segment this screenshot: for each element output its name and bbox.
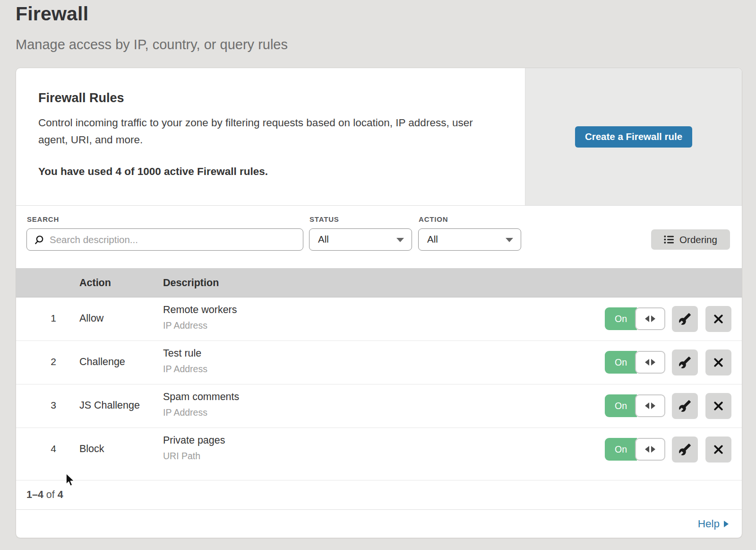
pagination-range: 1–4	[26, 489, 43, 500]
rule-description-title: Private pages	[163, 435, 225, 446]
table-row: 3 JS Challenge Spam comments IP Address …	[16, 384, 742, 428]
rules-table-body: 1 Allow Remote workers IP Address On 2	[16, 297, 742, 480]
toggle-on-label: On	[605, 394, 637, 417]
column-header-action: Action	[79, 268, 111, 297]
toggle-on-label: On	[605, 438, 637, 461]
rule-priority: 1	[37, 313, 56, 324]
search-icon	[34, 235, 44, 245]
chevron-down-icon	[506, 238, 513, 242]
rule-enabled-toggle[interactable]: On	[605, 394, 665, 417]
close-icon	[713, 400, 724, 412]
left-arrow-icon	[645, 359, 649, 366]
card-footer: Help	[16, 509, 742, 538]
toggle-on-label: On	[605, 307, 637, 330]
wrench-icon	[679, 313, 691, 325]
status-selected-value: All	[318, 234, 329, 244]
close-icon	[713, 313, 724, 325]
right-triangle-icon	[724, 521, 729, 527]
ordered-list-icon	[664, 235, 674, 244]
toggle-knob[interactable]	[635, 438, 665, 461]
create-rule-panel: Create a Firewall rule	[525, 68, 742, 205]
rule-match-type: IP Address	[163, 407, 207, 418]
rule-enabled-toggle[interactable]: On	[605, 438, 665, 461]
right-arrow-icon	[651, 446, 655, 453]
column-header-description: Description	[163, 268, 219, 297]
overview-section: Firewall Rules Control incoming traffic …	[16, 68, 742, 205]
help-link[interactable]: Help	[698, 518, 729, 530]
left-arrow-icon	[645, 315, 649, 322]
ordering-button-label: Ordering	[679, 234, 717, 245]
right-arrow-icon	[651, 315, 655, 322]
edit-rule-button[interactable]	[672, 393, 698, 419]
delete-rule-button[interactable]	[705, 349, 731, 375]
action-select[interactable]: All	[418, 228, 521, 251]
toggle-knob[interactable]	[635, 351, 665, 374]
rule-match-type: IP Address	[163, 364, 207, 375]
wrench-icon	[679, 443, 691, 456]
search-label: SEARCH	[27, 215, 59, 223]
wrench-icon	[679, 356, 691, 369]
rule-priority: 2	[37, 356, 56, 367]
overview-heading: Firewall Rules	[38, 91, 124, 105]
edit-rule-button[interactable]	[672, 306, 698, 332]
table-row: 1 Allow Remote workers IP Address On	[16, 297, 742, 341]
edit-rule-button[interactable]	[672, 437, 698, 463]
pagination-of: of	[46, 489, 55, 500]
rule-enabled-toggle[interactable]: On	[605, 307, 665, 330]
page-title: Firewall	[16, 3, 88, 25]
rule-action: Challenge	[79, 356, 125, 368]
status-select[interactable]: All	[309, 228, 412, 251]
chevron-down-icon	[396, 238, 404, 242]
help-link-label: Help	[698, 518, 720, 530]
delete-rule-button[interactable]	[705, 393, 731, 419]
firewall-rules-card: Firewall Rules Control incoming traffic …	[16, 68, 742, 538]
close-icon	[713, 357, 724, 368]
delete-rule-button[interactable]	[705, 306, 731, 332]
toggle-knob[interactable]	[635, 307, 665, 330]
close-icon	[713, 444, 724, 455]
toggle-on-label: On	[605, 351, 637, 374]
table-row: 4 Block Private pages URI Path On	[16, 428, 742, 480]
rule-match-type: IP Address	[163, 320, 207, 331]
edit-rule-button[interactable]	[672, 349, 698, 375]
overview-description: Control incoming traffic to your zone by…	[38, 114, 492, 148]
right-arrow-icon	[651, 359, 655, 366]
rule-match-type: URI Path	[163, 451, 200, 462]
rule-description-title: Remote workers	[163, 304, 237, 316]
rules-usage-text: You have used 4 of 1000 active Firewall …	[38, 166, 268, 178]
action-selected-value: All	[427, 234, 438, 244]
right-arrow-icon	[651, 402, 655, 409]
create-firewall-rule-button[interactable]: Create a Firewall rule	[575, 126, 692, 148]
table-row: 2 Challenge Test rule IP Address On	[16, 341, 742, 384]
rule-enabled-toggle[interactable]: On	[605, 351, 665, 374]
pagination: 1–4 of 4	[16, 480, 742, 509]
rule-action: JS Challenge	[79, 400, 140, 411]
search-input[interactable]	[26, 228, 303, 251]
rule-description-title: Spam comments	[163, 391, 239, 403]
left-arrow-icon	[645, 402, 649, 409]
toggle-knob[interactable]	[635, 394, 665, 417]
status-label: STATUS	[309, 215, 339, 223]
rule-priority: 3	[37, 400, 56, 411]
action-label: ACTION	[419, 215, 448, 223]
wrench-icon	[679, 400, 691, 412]
delete-rule-button[interactable]	[705, 437, 731, 463]
ordering-button[interactable]: Ordering	[651, 229, 730, 250]
rule-action: Block	[79, 443, 104, 455]
rule-priority: 4	[37, 443, 56, 454]
rule-action: Allow	[79, 313, 103, 324]
left-arrow-icon	[645, 446, 649, 453]
page-subtitle: Manage access by IP, country, or query r…	[16, 37, 288, 52]
rules-table-header: Action Description	[16, 268, 742, 297]
filters-section: SEARCH STATUS ACTION All All	[16, 205, 742, 268]
pagination-total: 4	[58, 489, 63, 500]
search-field-wrap	[26, 228, 303, 251]
rule-description-title: Test rule	[163, 348, 201, 359]
